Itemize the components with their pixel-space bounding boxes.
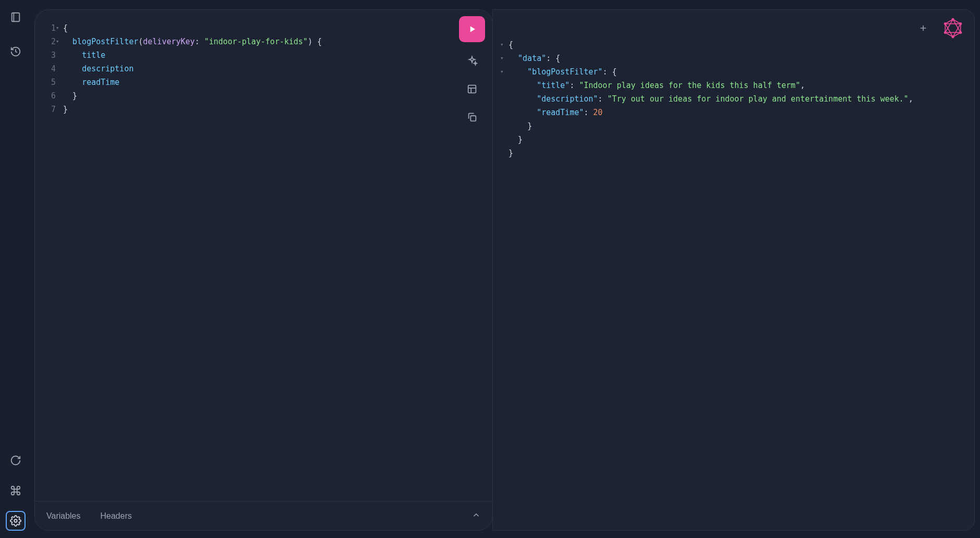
bottom-panel: Variables Headers (35, 501, 492, 530)
refresh-icon[interactable] (6, 451, 26, 470)
shortcuts-icon[interactable] (6, 481, 26, 501)
workbench: 1234567 { blogPostFilter(deliveryKey: "i… (31, 0, 980, 538)
graphql-logo-icon (941, 16, 965, 40)
svg-rect-3 (468, 85, 476, 93)
sparkle-icon[interactable] (463, 52, 481, 70)
graphql-playground: 1234567 { blogPostFilter(deliveryKey: "i… (0, 0, 980, 538)
plus-icon[interactable] (915, 20, 932, 36)
response-pane: { "data": { "blogPostFilter": { "title":… (492, 9, 975, 531)
run-button[interactable] (459, 16, 485, 42)
tab-variables[interactable]: Variables (46, 511, 81, 521)
query-pane: 1234567 { blogPostFilter(deliveryKey: "i… (34, 9, 493, 531)
svg-rect-6 (470, 116, 476, 121)
code-area[interactable]: { blogPostFilter(deliveryKey: "indoor-pl… (63, 21, 492, 501)
svg-point-2 (14, 519, 17, 522)
response-json[interactable]: { "data": { "blogPostFilter": { "title":… (493, 10, 974, 160)
svg-rect-0 (12, 13, 20, 22)
svg-point-10 (959, 22, 962, 25)
svg-point-13 (944, 31, 947, 34)
copy-icon[interactable] (463, 108, 481, 127)
fold-column (56, 21, 63, 501)
history-icon[interactable] (6, 42, 26, 61)
response-actions (915, 16, 965, 40)
merge-icon[interactable] (463, 80, 481, 98)
query-editor[interactable]: 1234567 { blogPostFilter(deliveryKey: "i… (35, 10, 492, 501)
settings-icon[interactable] (6, 511, 26, 531)
svg-point-9 (951, 18, 954, 21)
svg-point-11 (959, 31, 962, 34)
editor-tools (459, 16, 485, 127)
archive-icon[interactable] (6, 7, 26, 27)
tab-headers[interactable]: Headers (101, 511, 132, 521)
gutter: 1234567 (41, 21, 56, 501)
svg-point-12 (951, 35, 954, 38)
sidebar (0, 0, 31, 538)
svg-point-14 (944, 22, 947, 25)
chevron-up-icon[interactable] (472, 510, 481, 521)
